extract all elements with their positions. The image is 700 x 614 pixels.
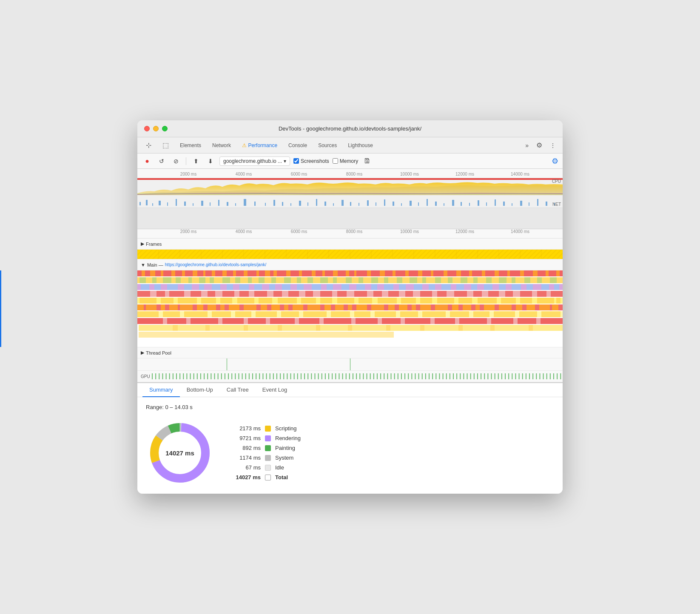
svg-rect-197 [473,291,482,297]
svg-rect-177 [137,291,150,297]
svg-rect-331 [221,373,222,379]
svg-rect-294 [491,318,513,324]
svg-rect-199 [505,291,513,297]
svg-rect-267 [256,311,277,317]
svg-rect-195 [437,291,447,297]
clean-button[interactable]: 🖺 [361,156,373,167]
svg-rect-427 [553,373,554,379]
svg-rect-260 [552,304,558,310]
svg-rect-383 [401,373,402,379]
svg-rect-253 [463,304,471,310]
svg-rect-414 [508,373,509,379]
svg-rect-178 [157,291,165,297]
toolbar-settings-icon[interactable]: ⚙ [552,156,558,166]
tab-cursor[interactable]: ⊹ [141,139,157,152]
tab-event-log[interactable]: Event Log [256,383,294,397]
upload-button[interactable]: ⬆ [191,156,202,167]
svg-rect-17 [282,202,283,206]
svg-rect-398 [453,373,454,379]
svg-rect-138 [473,277,478,283]
tab-summary[interactable]: Summary [142,383,180,397]
svg-rect-36 [444,203,444,206]
screenshots-check[interactable] [293,158,299,164]
svg-rect-358 [314,373,315,379]
svg-rect-351 [290,373,291,379]
screenshots-checkbox[interactable]: Screenshots [293,158,329,164]
tab-console[interactable]: Console [283,140,312,151]
gpu-track-body: GPU [137,371,563,382]
tab-bottom-up[interactable]: Bottom-Up [180,383,220,397]
svg-rect-248 [399,304,407,310]
painting-name: Painting [275,445,295,451]
svg-rect-33 [418,202,419,206]
main-track-body[interactable] [137,270,563,347]
svg-rect-32 [410,201,412,206]
tab-performance[interactable]: ⚠ Performance [237,140,282,151]
tab-sources[interactable]: Sources [313,140,342,151]
svg-rect-411 [498,373,498,379]
svg-rect-304 [352,325,386,331]
memory-checkbox[interactable]: Memory [333,158,358,164]
close-button[interactable] [144,126,150,131]
svg-rect-344 [266,373,267,379]
maximize-button[interactable] [162,126,168,131]
tab-call-tree[interactable]: Call Tree [220,383,256,397]
svg-rect-154 [254,284,262,290]
more-options-icon[interactable]: ⋮ [546,140,559,151]
svg-rect-143 [537,277,542,283]
svg-rect-384 [404,373,405,379]
svg-rect-421 [532,373,533,379]
legend-painting: 892 ms Painting [231,445,301,451]
main-header[interactable]: ▼ Main — https://googlechrome.github.io/… [137,259,563,270]
ruler-mark-14000: 14000 ms [511,172,529,176]
svg-rect-94 [367,270,371,276]
memory-check[interactable] [333,158,338,164]
svg-rect-46 [529,202,529,206]
minimize-button[interactable] [153,126,159,131]
svg-rect-402 [467,373,467,379]
total-value: 14027 ms [231,474,261,480]
svg-rect-10 [218,200,219,206]
ruler-mark-4000: 4000 ms [236,172,252,176]
rendering-value: 9721 ms [231,435,261,441]
tab-elements[interactable]: Elements [175,140,206,151]
svg-rect-139 [486,277,492,283]
cpu-net-overview[interactable]: CPU NET [137,178,563,208]
svg-rect-311 [152,373,153,379]
settings-icon[interactable]: ⚙ [533,139,546,151]
svg-rect-279 [541,311,561,317]
svg-rect-1 [146,200,148,205]
url-chip[interactable]: googlechrome.github.io ... ▾ [219,156,290,166]
thread-pool-header[interactable]: ▶ Thread Pool [137,347,563,358]
tab-lighthouse[interactable]: Lighthouse [343,140,378,151]
svg-rect-306 [424,325,458,331]
svg-rect-124 [297,277,301,283]
svg-rect-107 [533,270,538,276]
svg-rect-245 [356,304,367,310]
clear-button[interactable]: ⊘ [171,156,182,167]
download-button[interactable]: ⬇ [205,156,216,167]
svg-rect-125 [307,277,313,283]
svg-rect-127 [333,277,337,283]
record-button[interactable]: ● [142,156,153,167]
svg-rect-249 [412,304,416,310]
legend-system: 1174 ms System [231,455,301,461]
svg-rect-174 [541,284,549,290]
svg-rect-298 [139,325,173,331]
tab-inspect[interactable]: ⬚ [157,139,174,152]
svg-rect-215 [359,298,372,304]
svg-rect-165 [414,284,422,290]
svg-rect-120 [248,277,252,283]
tab-network[interactable]: Network [207,140,236,151]
svg-rect-106 [520,270,524,276]
svg-rect-214 [337,298,354,304]
svg-rect-225 [556,298,561,304]
tab-more[interactable]: » [522,140,532,151]
svg-rect-182 [222,291,234,297]
svg-rect-377 [380,373,381,379]
legend-idle: 67 ms Idle [231,464,301,471]
frames-header[interactable]: ▶ Frames [137,239,563,250]
reload-button[interactable]: ↺ [156,156,167,167]
svg-rect-31 [401,203,402,206]
svg-rect-149 [184,284,192,290]
